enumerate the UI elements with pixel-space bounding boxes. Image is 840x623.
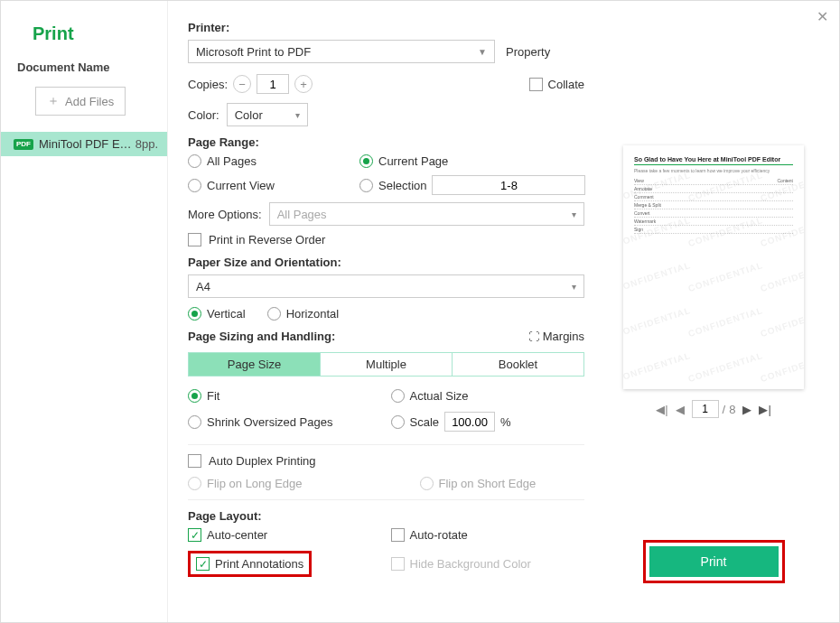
- dialog-title: Print: [1, 23, 167, 60]
- all-pages-label: All Pages: [207, 154, 257, 168]
- printer-property-link[interactable]: Property: [506, 45, 550, 59]
- copies-input[interactable]: [257, 74, 289, 94]
- page-slash: /: [723, 403, 726, 416]
- scale-label: Scale: [410, 415, 440, 429]
- reverse-order-checkbox[interactable]: [188, 233, 201, 246]
- more-options-value: All Pages: [277, 208, 327, 221]
- printer-label: Printer:: [188, 21, 584, 34]
- scale-input[interactable]: [444, 412, 495, 432]
- paper-size-select[interactable]: A4 ▾: [188, 274, 584, 298]
- shrink-label: Shrink Oversized Pages: [207, 415, 332, 429]
- fit-option[interactable]: Fit: [188, 389, 382, 403]
- current-page-option[interactable]: Current Page: [359, 154, 585, 168]
- hide-bg-option: Hide Background Color: [391, 551, 585, 577]
- copies-decrement-button[interactable]: −: [233, 75, 251, 93]
- selection-option[interactable]: Selection: [359, 175, 585, 195]
- print-annotations-highlight: ✓ Print Annotations: [188, 551, 312, 577]
- scale-percent-label: %: [500, 415, 511, 429]
- chevron-down-icon: ▼: [478, 47, 487, 57]
- print-settings-form: Printer: Microsoft Print to PDF ▼ Proper…: [168, 1, 604, 622]
- copies-label: Copies:: [188, 78, 228, 91]
- left-panel: Print Document Name ＋ Add Files PDF Mini…: [1, 1, 168, 622]
- auto-duplex-label: Auto Duplex Printing: [209, 454, 316, 468]
- chevron-down-icon: ▾: [295, 110, 300, 120]
- separator: [188, 444, 584, 445]
- document-name-heading: Document Name: [1, 60, 167, 87]
- print-button[interactable]: Print: [649, 546, 779, 577]
- auto-rotate-option[interactable]: Auto-rotate: [391, 528, 585, 542]
- tab-booklet[interactable]: Booklet: [453, 353, 583, 376]
- reverse-order-label: Print in Reverse Order: [209, 233, 325, 246]
- flip-long-edge-option: Flip on Long Edge: [188, 477, 303, 490]
- shrink-oversized-option[interactable]: Shrink Oversized Pages: [188, 412, 382, 432]
- nav-prev-icon[interactable]: ◀: [676, 403, 685, 416]
- sizing-label: Page Sizing and Handling:: [188, 330, 335, 343]
- copies-increment-button[interactable]: +: [294, 75, 313, 93]
- print-annotations-label: Print Annotations: [215, 557, 303, 571]
- more-options-select[interactable]: All Pages ▾: [269, 202, 584, 226]
- printer-select[interactable]: Microsoft Print to PDF ▼: [188, 40, 495, 63]
- selection-range-input[interactable]: [432, 175, 585, 195]
- auto-duplex-checkbox[interactable]: [188, 454, 201, 468]
- preview-panel: So Glad to Have You Here at MiniTool PDF…: [604, 1, 839, 622]
- vertical-label: Vertical: [207, 307, 246, 321]
- nav-last-icon[interactable]: ▶|: [759, 403, 770, 416]
- all-pages-option[interactable]: All Pages: [188, 154, 350, 168]
- color-selected-value: Color: [235, 108, 263, 122]
- chevron-down-icon: ▾: [572, 209, 576, 219]
- print-button-highlight: Print: [643, 540, 785, 583]
- auto-center-label: Auto-center: [207, 528, 267, 542]
- file-page-count: 8pp.: [135, 137, 158, 151]
- total-pages: 8: [729, 403, 735, 416]
- current-view-option[interactable]: Current View: [188, 179, 350, 192]
- add-files-label: Add Files: [65, 95, 114, 108]
- page-range-label: Page Range:: [188, 135, 584, 149]
- tab-page-size[interactable]: Page Size: [189, 353, 321, 376]
- flip-short-edge-option: Flip on Short Edge: [420, 477, 537, 490]
- more-options-label: More Options:: [188, 208, 262, 221]
- current-page-label: Current Page: [378, 154, 448, 168]
- nav-first-icon[interactable]: ◀|: [656, 403, 667, 416]
- auto-rotate-checkbox[interactable]: [391, 528, 405, 542]
- margins-label: Margins: [543, 330, 584, 343]
- chevron-down-icon: ▾: [572, 282, 576, 292]
- plus-icon: ＋: [47, 93, 60, 109]
- pdf-icon: PDF: [14, 139, 33, 150]
- flip-long-label: Flip on Long Edge: [207, 477, 303, 490]
- paper-size-value: A4: [196, 280, 210, 293]
- auto-center-option[interactable]: ✓ Auto-center: [188, 528, 382, 542]
- preview-title: So Glad to Have You Here at MiniTool PDF…: [634, 156, 793, 163]
- current-view-label: Current View: [207, 179, 275, 192]
- horizontal-label: Horizontal: [286, 307, 340, 321]
- current-page-input[interactable]: [692, 400, 719, 418]
- fit-label: Fit: [207, 389, 219, 403]
- margins-button[interactable]: ⛶ Margins: [528, 330, 584, 343]
- orientation-vertical-option[interactable]: Vertical: [188, 307, 246, 321]
- print-dialog: ✕ Print Document Name ＋ Add Files PDF Mi…: [0, 0, 840, 623]
- file-list-item[interactable]: PDF MiniTool PDF E… 8pp.: [1, 132, 167, 156]
- orientation-horizontal-option[interactable]: Horizontal: [267, 307, 340, 321]
- paper-size-label: Paper Size and Orientation:: [188, 256, 584, 269]
- margins-icon: ⛶: [528, 330, 539, 343]
- preview-navigation: ◀| ◀ / 8 ▶ ▶|: [656, 400, 771, 418]
- sizing-mode-tabs: Page Size Multiple Booklet: [188, 352, 584, 377]
- nav-next-icon[interactable]: ▶: [742, 403, 751, 416]
- close-icon[interactable]: ✕: [817, 10, 828, 24]
- printer-selected-value: Microsoft Print to PDF: [196, 45, 311, 59]
- actual-size-option[interactable]: Actual Size: [391, 389, 585, 403]
- scale-option[interactable]: Scale %: [391, 412, 585, 432]
- color-label: Color:: [188, 108, 219, 122]
- collate-checkbox[interactable]: [529, 78, 543, 91]
- auto-center-checkbox[interactable]: ✓: [188, 528, 201, 542]
- actual-size-label: Actual Size: [410, 389, 469, 403]
- collate-label: Collate: [548, 78, 584, 91]
- add-files-button[interactable]: ＋ Add Files: [35, 87, 126, 116]
- tab-multiple[interactable]: Multiple: [321, 353, 453, 376]
- hide-bg-label: Hide Background Color: [410, 557, 531, 571]
- print-annotations-checkbox[interactable]: ✓: [196, 557, 210, 571]
- flip-short-label: Flip on Short Edge: [439, 477, 537, 490]
- hide-bg-checkbox: [391, 557, 405, 571]
- color-select[interactable]: Color ▾: [227, 103, 308, 126]
- auto-rotate-label: Auto-rotate: [410, 528, 468, 542]
- page-layout-label: Page Layout:: [188, 509, 584, 523]
